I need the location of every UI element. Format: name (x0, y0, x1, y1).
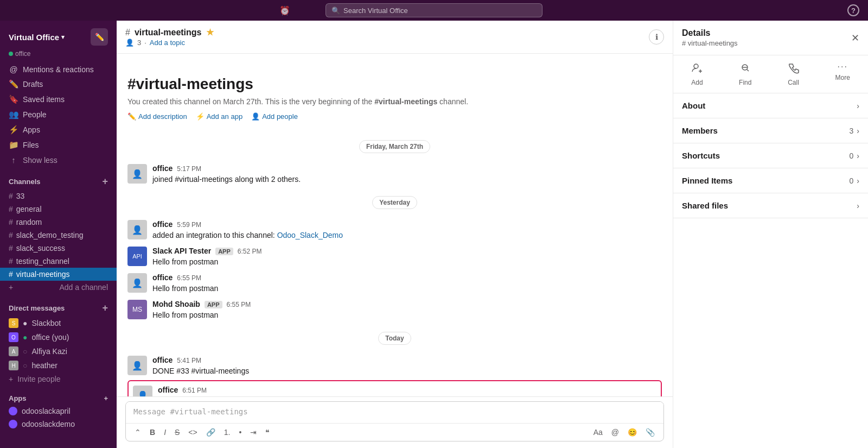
invite-icon: + (9, 375, 13, 383)
details-find-action[interactable]: Find (739, 62, 751, 86)
details-add-action[interactable]: Add (691, 62, 703, 86)
add-channel-icon: + (9, 283, 13, 292)
details-section-members[interactable]: Members 3 › (673, 118, 868, 143)
strikethrough-btn[interactable]: S (171, 426, 183, 439)
italic-btn[interactable]: I (161, 426, 169, 439)
app-badge2: APP (205, 301, 222, 308)
close-details-button[interactable]: ✕ (851, 32, 859, 44)
add-app-link[interactable]: ⚡ Add an app (196, 112, 243, 121)
info-button[interactable]: ℹ (649, 29, 664, 45)
msg-author3: Slack API Tester (152, 247, 211, 255)
integration-link[interactable]: Odoo_Slack_Demo (277, 231, 343, 239)
star-icon[interactable]: ★ (206, 27, 214, 37)
format-btn[interactable]: ⌃ (131, 426, 144, 439)
channel-item-random[interactable]: # random (0, 216, 117, 229)
add-channel-item[interactable]: + Add a channel (0, 281, 117, 294)
details-more-action[interactable]: ··· More (835, 62, 850, 86)
dm-section-header[interactable]: Direct messages + (0, 298, 117, 316)
workspace-header: Virtual Office ▾ ✏️ (0, 21, 117, 50)
invite-people-item[interactable]: + Invite people (0, 373, 117, 386)
date-divider-yesterday: Yesterday (127, 196, 662, 209)
details-section-about[interactable]: About › (673, 93, 868, 118)
app-dot-icon (9, 407, 17, 415)
clock-icon[interactable]: ⏰ (279, 5, 290, 16)
search-bar[interactable]: 🔍 (326, 3, 542, 17)
msg-time3: 6:52 PM (238, 248, 262, 255)
app-item-odooslackdemo[interactable]: odooslackdemo (0, 418, 117, 431)
office-avatar-msg2: 👤 (127, 220, 147, 239)
office-avatar-today2: 👤 (133, 386, 152, 396)
message-today-1: 👤 office 5:41 PM DONE #33 #virtual-meeti… (127, 354, 662, 379)
msg-body-api: Slack API Tester APP 6:52 PM Hello from … (152, 247, 662, 268)
apps-section-header[interactable]: Apps + (0, 390, 117, 405)
details-section-shortcuts[interactable]: Shortcuts 0 › (673, 143, 868, 168)
dm-item-slackbot[interactable]: S ● Slackbot (0, 316, 117, 330)
add-topic-link[interactable]: Add a topic (150, 39, 185, 47)
channel-item-slack-demo-testing[interactable]: # slack_demo_testing (0, 229, 117, 242)
hash-icon: # (9, 231, 13, 239)
message-input-wrapper: ⌃ B I S <> 🔗 1. • ⇥ ❝ Aa @ 😊 📎 (125, 401, 664, 441)
dm-item-alfiya[interactable]: A ○ Alfiya Kazi (0, 344, 117, 358)
add-app-button[interactable]: + (104, 394, 108, 402)
sidebar-item-saved[interactable]: 🔖 Saved items (0, 92, 117, 107)
search-input[interactable] (343, 7, 537, 15)
channel-item-slack-success[interactable]: # slack_success (0, 242, 117, 255)
svg-point-0 (694, 64, 698, 68)
office-avatar: O (9, 332, 18, 342)
workspace-name[interactable]: Virtual Office ▾ (9, 33, 65, 42)
dm-status-slackbot: ● (23, 319, 27, 327)
sidebar-item-people[interactable]: 👥 People (0, 107, 117, 122)
more-icon: ··· (838, 62, 848, 72)
details-section-shared-files[interactable]: Shared files › (673, 193, 868, 218)
app-badge: APP (215, 248, 233, 255)
dm-item-heather[interactable]: H ○ heather (0, 358, 117, 373)
add-channel-button[interactable]: + (102, 176, 108, 187)
numbered-list-btn[interactable]: 1. (221, 426, 234, 439)
pinned-label: Pinned Items (682, 176, 732, 185)
message-input[interactable] (126, 402, 663, 421)
channel-item-33[interactable]: # 33 ✏️ (0, 190, 117, 203)
compose-button[interactable]: ✏️ (91, 28, 108, 46)
channel-item-testing-channel[interactable]: # testing_channel (0, 255, 117, 268)
sidebar-item-drafts[interactable]: ✏️ Drafts (0, 77, 117, 92)
channels-section-header[interactable]: Channels + (0, 172, 117, 190)
bullet-list-btn[interactable]: • (235, 426, 245, 439)
mention-btn[interactable]: @ (608, 426, 622, 439)
msg-time-today1: 5:41 PM (177, 357, 201, 364)
shortcuts-chevron: › (857, 152, 859, 160)
add-people-link[interactable]: 👤 Add people (251, 112, 298, 121)
details-section-pinned[interactable]: Pinned Items 0 › (673, 168, 868, 193)
channel-item-virtual-meetings[interactable]: # virtual-meetings (0, 268, 117, 281)
bold-btn[interactable]: B (146, 426, 158, 439)
message-integration: 👤 office 5:59 PM added an integration to… (127, 218, 662, 243)
sidebar-item-apps[interactable]: ⚡ Apps (0, 122, 117, 137)
office-avatar-msg3: 👤 (127, 273, 147, 293)
link-btn[interactable]: 🔗 (203, 426, 219, 439)
emoji-btn[interactable]: 😊 (624, 426, 640, 439)
attachment-btn[interactable]: 📎 (642, 426, 658, 439)
content-area: # virtual-meetings ★ 👤 3 · Add a topic ℹ… (117, 21, 673, 448)
msg-body-today1: office 5:41 PM DONE #33 #virtual-meeting… (152, 356, 662, 377)
text-format-btn[interactable]: Aa (590, 426, 606, 439)
blockquote-btn[interactable]: ❝ (262, 426, 273, 439)
sidebar-item-mentions[interactable]: @ Mentions & reactions (0, 62, 117, 77)
mentions-icon: @ (9, 65, 18, 74)
sidebar-item-showless[interactable]: ↑ Show less (0, 153, 117, 167)
add-description-link[interactable]: ✏️ Add description (127, 112, 187, 121)
messages-area[interactable]: #virtual-meetings You created this chann… (117, 54, 673, 396)
details-call-action[interactable]: Call (788, 62, 800, 86)
sidebar-item-files[interactable]: 📁 Files (0, 137, 117, 153)
msg-body-joined: office 5:17 PM joined #virtual-meetings … (152, 164, 662, 185)
code-btn[interactable]: <> (185, 426, 200, 439)
channel-name[interactable]: virtual-meetings (135, 28, 202, 37)
dm-item-office[interactable]: O ● office (you) (0, 330, 117, 344)
indent-btn[interactable]: ⇥ (247, 426, 260, 439)
add-dm-button[interactable]: + (102, 302, 108, 314)
members-count: 3 (850, 127, 854, 135)
channel-item-general[interactable]: # general (0, 203, 117, 216)
help-icon[interactable]: ? (847, 4, 859, 16)
members-label: Members (682, 126, 718, 135)
app-item-odooslackapril[interactable]: odooslackapril (0, 405, 117, 418)
msg-time: 5:17 PM (177, 165, 201, 173)
members-chevron: › (857, 127, 859, 135)
